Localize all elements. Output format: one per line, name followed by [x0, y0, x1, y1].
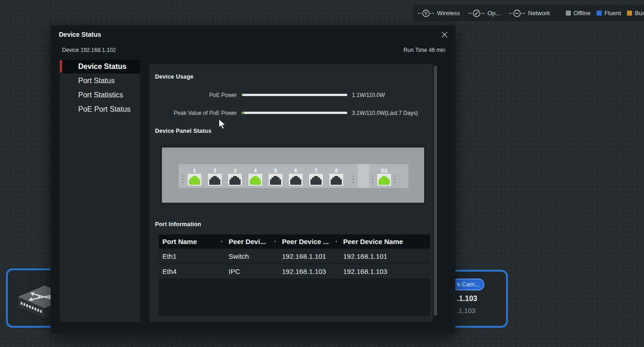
close-icon[interactable] [440, 30, 449, 39]
switch-faceplate: 1 2 3 4 5 6 7 8 G1 [162, 148, 424, 203]
offline-label: Offline [574, 10, 591, 17]
port-strip: 1 2 3 4 5 6 7 8 G1 [178, 164, 408, 188]
peak-poe-power-progressbar [242, 112, 347, 114]
run-time-label: Run Time 46 min [403, 47, 445, 53]
port-g1[interactable]: G1 [377, 168, 391, 186]
camera-name-badge[interactable]: k Cam... [452, 279, 484, 290]
cell-port-name: Eth4 [159, 267, 221, 275]
offline-status-swatch [566, 11, 571, 16]
port-4-jack [248, 174, 262, 186]
col-peer-device-2: Peer Device ... [275, 238, 336, 245]
port-8[interactable]: 8 [329, 168, 343, 186]
col-peer-device-1: Peer Devi... [221, 238, 275, 245]
cell-peer-ip: 192.168.1.101 [275, 252, 336, 260]
rj45-icon [230, 176, 241, 185]
table-row: Eth4 IPC 192.168.1.103 192.168.1.103 [159, 264, 430, 279]
table-row: Eth1 Switch 192.168.1.101 192.168.1.101 [159, 249, 430, 263]
device-status-dialog: Device Status Device 192.168.1.102 Run T… [51, 25, 455, 333]
port-g1-jack [377, 174, 391, 186]
sidebar-item-poe-port-status[interactable]: PoE Port Status [60, 102, 140, 116]
faceplate-tick-mark [394, 176, 396, 184]
device-card-camera[interactable]: k Cam... .1.103 .1.103 [450, 270, 508, 328]
col-port-name: Port Name [159, 238, 221, 245]
port-2-jack [208, 174, 222, 186]
dialog-title: Device Status [59, 31, 101, 38]
camera-ip-secondary: .1.103 [457, 307, 475, 314]
legend-fluent: Fluent [597, 10, 621, 17]
peak-poe-power-value: 3.1W/110.0W(Last 7 Days) [352, 110, 418, 116]
sidebar-item-device-status[interactable]: Device Status [60, 59, 140, 74]
network-link-icon [509, 9, 525, 17]
link-type-optical[interactable]: Op... [468, 9, 500, 17]
port-6[interactable]: 6 [289, 168, 303, 186]
port-1-jack [188, 174, 201, 186]
topology-legend-bar: Wireless Op... Network Offline Fluent B [413, 5, 644, 21]
port-7[interactable]: 7 [309, 168, 323, 186]
faceplate-tick-mark [352, 176, 354, 184]
link-type-network[interactable]: Network [509, 9, 550, 17]
rj45-icon [270, 176, 281, 185]
faceplate-tick-mark [182, 176, 184, 184]
camera-ip-primary: .1.103 [457, 295, 477, 303]
rj45-icon [290, 176, 301, 185]
peak-poe-power-bar-row: Peak Value of PoE Power 3.1W/110.0W(Last… [150, 109, 433, 117]
port-1[interactable]: 1 [188, 168, 201, 186]
busy-status-swatch [627, 11, 632, 16]
sidebar-item-port-statistics[interactable]: Port Statistics [60, 88, 140, 102]
rj45-icon [209, 176, 220, 185]
table-header-row: Port Name Peer Devi... Peer Device ... P… [159, 234, 430, 248]
wifi-link-icon [418, 9, 434, 17]
port-4[interactable]: 4 [248, 168, 262, 186]
cell-peer-type: Switch [221, 252, 275, 260]
optical-label: Op... [488, 10, 500, 17]
link-type-wireless[interactable]: Wireless [418, 9, 460, 17]
dialog-sidebar: Device Status Port Status Port Statistic… [60, 59, 140, 322]
network-label: Network [528, 10, 550, 17]
device-panel-graphic: 1 2 3 4 5 6 7 8 G1 [160, 145, 426, 205]
cell-peer-name: 192.168.1.101 [336, 252, 430, 260]
fluent-label: Fluent [604, 10, 621, 17]
rj45-icon [250, 176, 261, 185]
poe-power-value: 1.1W/110.0W [352, 92, 385, 98]
poe-power-bar-row: PoE Power 1.1W/110.0W [150, 91, 433, 99]
port-8-jack [329, 174, 343, 186]
port-3[interactable]: 3 [228, 168, 242, 186]
cell-port-name: Eth1 [159, 252, 221, 260]
fluent-status-swatch [597, 11, 602, 16]
cell-peer-type: IPC [221, 267, 275, 275]
busy-label: Busy [635, 10, 644, 17]
rj45-icon [331, 176, 342, 185]
port-7-jack [309, 174, 323, 186]
port-information-table: Port Name Peer Devi... Peer Device ... P… [159, 234, 430, 316]
port-5[interactable]: 5 [269, 168, 282, 186]
port-5-jack [269, 174, 282, 186]
dialog-content: Device Usage PoE Power 1.1W/110.0W Peak … [150, 64, 433, 322]
sidebar-item-port-status[interactable]: Port Status [60, 74, 140, 88]
wireless-label: Wireless [437, 10, 460, 17]
cell-peer-name: 192.168.1.103 [336, 267, 430, 275]
poe-power-label: PoE Power [150, 92, 237, 98]
section-title-device-panel: Device Panel Status [155, 128, 212, 134]
section-title-port-information: Port Information [155, 221, 201, 228]
section-title-device-usage: Device Usage [155, 74, 194, 80]
vertical-scrollbar[interactable] [434, 66, 437, 316]
poe-power-progressbar [242, 94, 347, 96]
device-ip-label: Device 192.168.1.102 [62, 47, 116, 53]
port-3-jack [228, 174, 242, 186]
rj45-icon [310, 176, 322, 185]
rj45-icon [189, 176, 200, 185]
optical-link-icon [468, 9, 485, 17]
cell-peer-ip: 192.168.1.103 [275, 267, 336, 275]
col-peer-device-name: Peer Device Name [336, 238, 430, 245]
port-6-jack [289, 174, 303, 186]
faceplate-tick-mark [372, 176, 374, 184]
faceplate-spacer [358, 164, 369, 188]
rj45-icon [379, 176, 390, 185]
legend-busy: Busy [627, 10, 644, 17]
peak-poe-power-label: Peak Value of PoE Power [150, 110, 237, 116]
legend-offline: Offline [566, 10, 591, 17]
port-2[interactable]: 2 [208, 168, 222, 186]
